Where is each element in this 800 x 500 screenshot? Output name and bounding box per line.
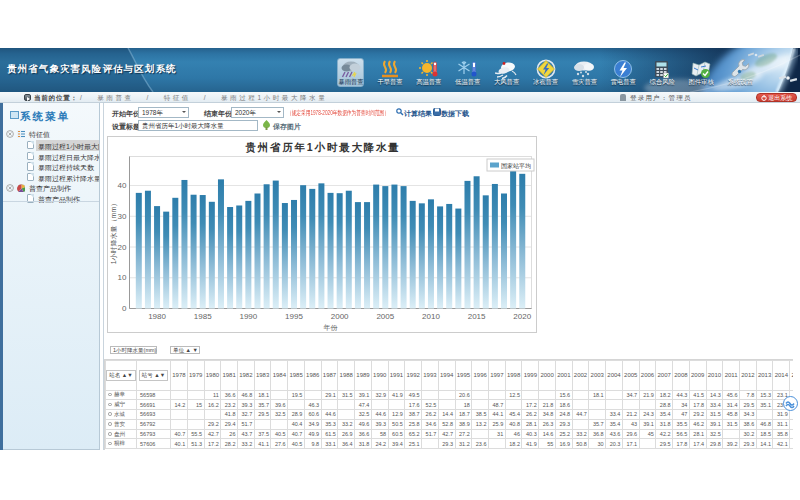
svg-text:30: 30 xyxy=(118,212,127,221)
svg-text:40: 40 xyxy=(118,181,127,190)
svg-text:1995: 1995 xyxy=(285,312,303,321)
svg-text:2000: 2000 xyxy=(331,312,349,321)
svg-text:年份: 年份 xyxy=(324,324,339,332)
svg-text:1985: 1985 xyxy=(194,312,212,321)
svg-text:2005: 2005 xyxy=(376,312,394,321)
svg-text:2020: 2020 xyxy=(513,312,531,321)
svg-text:20: 20 xyxy=(118,243,127,252)
svg-text:1980: 1980 xyxy=(148,312,166,321)
svg-text:国家站平均: 国家站平均 xyxy=(501,162,531,170)
svg-text:2010: 2010 xyxy=(422,312,440,321)
svg-text:1990: 1990 xyxy=(239,312,257,321)
svg-text:10: 10 xyxy=(118,273,127,282)
svg-text:0: 0 xyxy=(122,304,127,313)
svg-text:1小时降水量（mm）: 1小时降水量（mm） xyxy=(110,200,118,265)
svg-text:2015: 2015 xyxy=(468,312,486,321)
svg-text:贵州省历年1小时最大降水量: 贵州省历年1小时最大降水量 xyxy=(244,141,400,154)
